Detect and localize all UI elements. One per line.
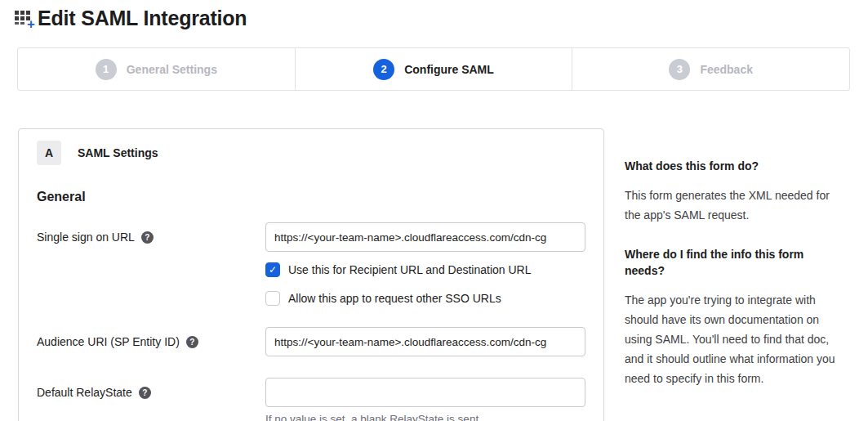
step-number-badge: 3 — [669, 59, 690, 80]
field-label-group: Default RelayState ? — [37, 378, 265, 399]
field-label-group: Audience URI (SP Entity ID) ? — [37, 327, 265, 348]
other-sso-urls-checkbox[interactable] — [265, 291, 280, 306]
help-section-where: Where do I find the info this form needs… — [625, 246, 835, 388]
help-sidebar: What does this form do? This form genera… — [625, 128, 835, 388]
section-a-badge: A — [37, 141, 61, 165]
step-feedback[interactable]: 3 Feedback — [572, 48, 849, 90]
other-sso-urls-checkbox-row: Allow this app to request other SSO URLs — [265, 291, 585, 306]
field-row-single-sign-on-url: Single sign on URL ? ✓ Use this for Reci… — [37, 222, 585, 306]
step-number-badge: 2 — [373, 59, 394, 80]
help-section-what: What does this form do? This form genera… — [625, 158, 835, 225]
step-label: Configure SAML — [404, 63, 494, 76]
single-sign-on-url-input[interactable] — [265, 222, 585, 252]
field-control-group: If no value is set, a blank RelayState i… — [265, 378, 585, 421]
help-heading: Where do I find the info this form needs… — [625, 246, 835, 279]
recipient-url-checkbox[interactable]: ✓ — [265, 262, 280, 277]
app-grid-plus-icon: + — [15, 9, 34, 29]
help-body: The app you're trying to integrate with … — [625, 290, 835, 388]
field-label-group: Single sign on URL ? — [37, 222, 265, 244]
relaystate-help-text: If no value is set, a blank RelayState i… — [265, 413, 585, 421]
step-general-settings[interactable]: 1 General Settings — [18, 48, 296, 90]
default-relaystate-input[interactable] — [265, 378, 585, 407]
help-icon[interactable]: ? — [186, 336, 198, 348]
help-icon[interactable]: ? — [139, 387, 151, 399]
field-row-default-relaystate: Default RelayState ? If no value is set,… — [37, 378, 585, 421]
saml-settings-panel: A SAML Settings General Single sign on U… — [18, 128, 604, 421]
audience-uri-input[interactable] — [265, 327, 585, 356]
single-sign-on-url-label: Single sign on URL — [37, 231, 135, 244]
section-title: SAML Settings — [78, 146, 158, 159]
step-number-badge: 1 — [96, 59, 117, 80]
audience-uri-label: Audience URI (SP Entity ID) — [37, 335, 180, 348]
wizard-steps: 1 General Settings 2 Configure SAML 3 Fe… — [17, 47, 850, 91]
help-body: This form generates the XML needed for t… — [625, 186, 835, 225]
page-title: Edit SAML Integration — [38, 7, 247, 30]
page-header: + Edit SAML Integration — [0, 0, 868, 30]
help-icon[interactable]: ? — [141, 231, 154, 244]
field-row-audience-uri: Audience URI (SP Entity ID) ? — [37, 327, 585, 356]
section-header: A SAML Settings — [37, 141, 585, 165]
content-area: A SAML Settings General Single sign on U… — [18, 128, 868, 421]
step-label: Feedback — [700, 63, 753, 76]
field-control-group: ✓ Use this for Recipient URL and Destina… — [265, 222, 585, 306]
recipient-url-checkbox-label: Use this for Recipient URL and Destinati… — [288, 263, 532, 276]
recipient-url-checkbox-row: ✓ Use this for Recipient URL and Destina… — [265, 262, 585, 277]
default-relaystate-label: Default RelayState — [37, 386, 132, 399]
help-heading: What does this form do? — [625, 158, 835, 174]
step-label: General Settings — [127, 63, 217, 76]
step-configure-saml[interactable]: 2 Configure SAML — [296, 48, 573, 90]
other-sso-urls-checkbox-label: Allow this app to request other SSO URLs — [288, 292, 501, 305]
field-control-group — [265, 327, 585, 356]
general-group-title: General — [37, 190, 585, 204]
